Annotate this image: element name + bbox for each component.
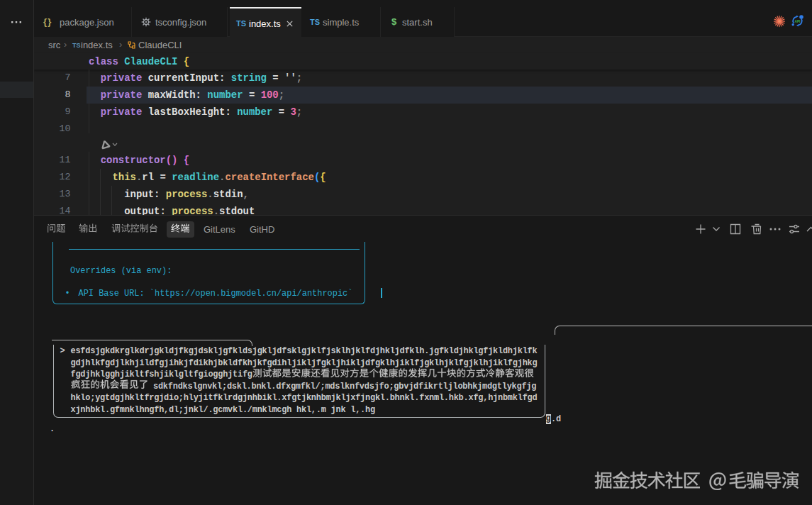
- svg-text:API: API: [795, 20, 801, 23]
